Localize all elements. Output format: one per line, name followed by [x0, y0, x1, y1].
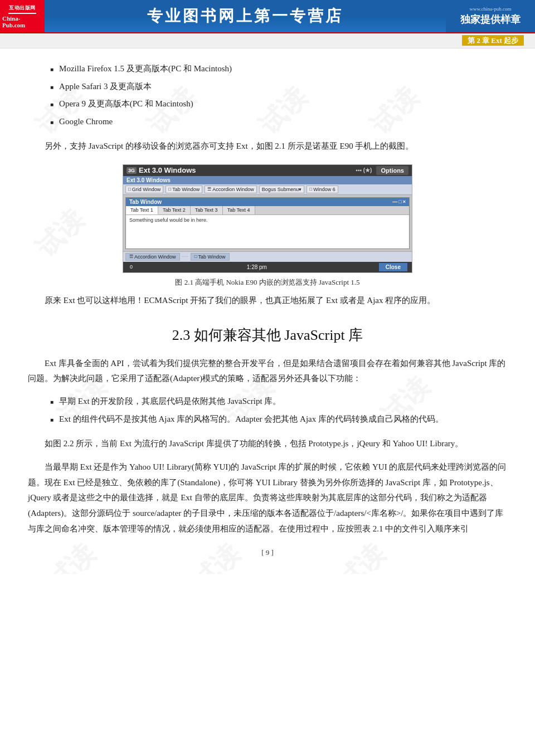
chapter-label: 第 2 章 Ext 起步 — [462, 35, 524, 46]
paragraph-3: Ext 库具备全面的 API，尝试着为我们提供完整的整合开发平台，但是如果结合遗… — [28, 356, 507, 387]
list-item: Opera 9 及更高版本(PC 和 Macintosh) — [50, 97, 507, 111]
nokia-content-area: Something useful would be in here. — [126, 215, 409, 248]
paragraph-4: 如图 2.2 所示，当前 Ext 为流行的 JavaScript 库提供了功能的… — [28, 436, 507, 452]
section-title: 2.3 如何兼容其他 JavaScript 库 — [28, 325, 507, 345]
list-item: 早期 Ext 的开发阶段，其底层代码是依附其他 JavaScript 库。 — [50, 394, 507, 409]
header: 互动出版网 China-Pub.com 专业图书网上第一专营店 www.chin… — [0, 0, 535, 33]
list-item: Google Chrome — [50, 115, 507, 129]
nokia-content-text: Something useful would be in here. — [129, 217, 208, 223]
logo-top-text: 互动出版网 — [9, 4, 36, 12]
logo: 互动出版网 China-Pub.com — [0, 0, 45, 32]
nav-bogus-submenu[interactable]: Bogus Submenu▾ — [259, 186, 305, 193]
nokia-signal: ▪▪▪ (★) — [356, 167, 372, 173]
window-minimize-btn[interactable]: — — [392, 199, 397, 204]
nav-tab-window[interactable]: □ Tab Window — [166, 186, 202, 193]
nokia-window-title-top: Ext 3.0 Windows — [139, 166, 196, 174]
nokia-window: Tab Window — □ × Tab Text 1 Tab Text 2 T… — [125, 197, 410, 249]
nokia-3g-badge: 3G — [127, 167, 137, 174]
nokia-topbar: 3G Ext 3.0 Windows ▪▪▪ (★) Options — [123, 165, 412, 176]
accordion-item-1[interactable]: ☰ Accordion Window — [125, 253, 180, 261]
nokia-counter: 0 — [128, 264, 135, 270]
header-url: www.china-pub.com — [470, 6, 512, 12]
nokia-navbar: □ Grid Window □ Tab Window ☰ Accordion W… — [123, 184, 412, 195]
window-maximize-btn[interactable]: □ — [398, 199, 401, 204]
nokia-accordion-bar: ☰ Accordion Window ····· □ Tab Window — [123, 251, 412, 262]
paragraph-2: 原来 Ext 也可以这样地用！ECMAScript 开拓了我们的眼界，也真正地拓… — [28, 293, 507, 309]
logo-main-text: China-Pub.com — [2, 15, 42, 28]
list-item: Apple Safari 3 及更高版本 — [50, 80, 507, 94]
main-content: 试读 试读 试读 试读 试读 试读 试读 试读 试读 试读 试读 试读 试读 试… — [0, 48, 535, 574]
accordion-item-2[interactable]: □ Tab Window — [191, 253, 230, 261]
header-center: 专业图书网上第一专营店 — [45, 0, 446, 32]
nokia-topbar-left: 3G Ext 3.0 Windows — [127, 166, 196, 174]
list-item: Mozilla Firefox 1.5 及更高版本(PC 和 Macintosh… — [50, 62, 507, 76]
nav-grid-window[interactable]: □ Grid Window — [125, 186, 163, 193]
content-inner: Mozilla Firefox 1.5 及更高版本(PC 和 Macintosh… — [28, 62, 507, 557]
nokia-bottombar: 0 1:28 pm Close — [123, 262, 412, 272]
nokia-menubar: Ext 3.0 Windows — [123, 176, 412, 184]
nokia-window-name: Tab Window — [129, 199, 162, 205]
paragraph-1: 另外，支持 JavaScript 的移动设备的浏览器亦可支持 Ext，如图 2.… — [28, 139, 507, 154]
header-sample-title: 独家提供样章 — [460, 13, 521, 26]
chapter-bar: 第 2 章 Ext 起步 — [0, 33, 535, 48]
nokia-tabs: Tab Text 1 Tab Text 2 Tab Text 3 Tab Tex… — [126, 206, 409, 215]
figure-image: 3G Ext 3.0 Windows ▪▪▪ (★) Options Ext 3… — [123, 164, 412, 273]
list-item: Ext 的组件代码不是按其他 Ajax 库的风格写的。Adapter 会把其他 … — [50, 412, 507, 427]
page-number: [ 9 ] — [28, 548, 507, 557]
site-title: 专业图书网上第一专营店 — [147, 6, 343, 27]
nokia-window-controls: — □ × — [392, 199, 406, 204]
tab-text-4[interactable]: Tab Text 4 — [223, 206, 255, 214]
tab-text-2[interactable]: Tab Text 2 — [158, 206, 191, 214]
tab-text-1[interactable]: Tab Text 1 — [126, 206, 158, 214]
header-right: www.china-pub.com 独家提供样章 — [446, 0, 535, 32]
nokia-time: 1:28 pm — [247, 264, 267, 270]
window-close-btn[interactable]: × — [403, 199, 406, 204]
figure-container: 3G Ext 3.0 Windows ▪▪▪ (★) Options Ext 3… — [28, 164, 507, 287]
nokia-window-titlebar: Tab Window — □ × — [126, 198, 409, 206]
tab-text-3[interactable]: Tab Text 3 — [191, 206, 223, 214]
nav-accordion-window[interactable]: ☰ Accordion Window — [205, 186, 257, 193]
nokia-options-btn[interactable]: Options — [376, 166, 408, 175]
figure-caption: 图 2.1 高端手机 Nokia E90 内嵌的浏览器支持 JavaScript… — [175, 277, 359, 287]
nokia-close-btn[interactable]: Close — [379, 263, 407, 271]
paragraph-5: 当最早期 Ext 还是作为 Yahoo UI! Library(简称 YUI)的… — [28, 460, 507, 537]
browser-list: Mozilla Firefox 1.5 及更高版本(PC 和 Macintosh… — [50, 62, 507, 129]
nav-window6[interactable]: □ Window 6 — [307, 186, 338, 193]
adapter-list: 早期 Ext 的开发阶段，其底层代码是依附其他 JavaScript 库。 Ex… — [50, 394, 507, 426]
